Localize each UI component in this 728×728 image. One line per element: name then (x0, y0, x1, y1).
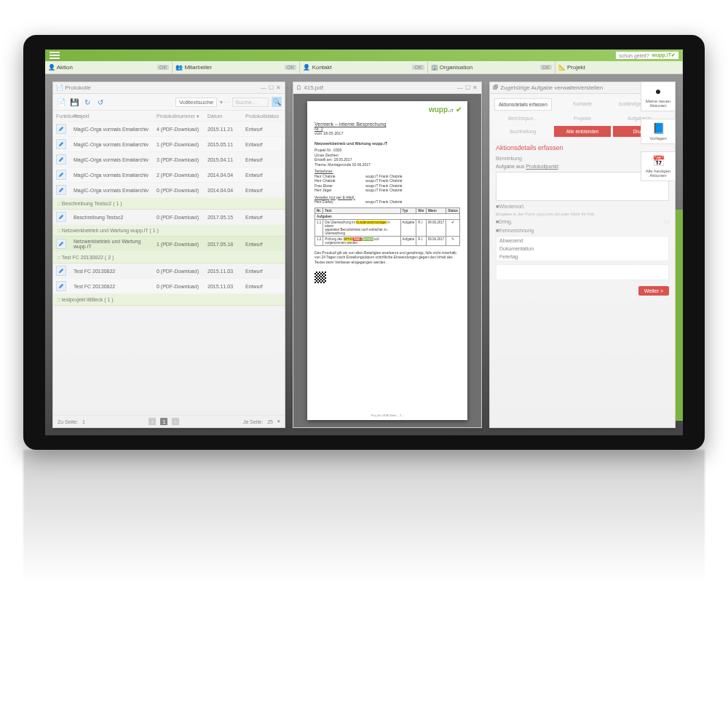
tag-option[interactable]: Abwesend (496, 237, 668, 245)
main-tab-1[interactable]: 👥 MitarbeiterOK (173, 61, 300, 74)
group-header[interactable]: :: testprojekt IBBeck ( 1 ) (53, 294, 285, 306)
group-header[interactable]: :: Netzwerkbetrieb und Wartung wupp.iT (… (53, 225, 285, 237)
workspace: 📄 Protokolle —☐✕ 📄 💾 ↻ ↺ Volltextsuche ▾… (45, 74, 683, 435)
pdf-viewport[interactable]: wupp.iT ✔ Vermerk – interne Besprechung … (293, 94, 481, 427)
brand-suffix: iT (667, 52, 671, 58)
qr-code-icon (314, 272, 326, 283)
reload-icon[interactable]: ↺ (95, 97, 106, 107)
tab-aktionsdetails[interactable]: Aktionsdetails erfassen (494, 98, 552, 111)
tab-berichtspunkte[interactable]: Berichtspun… (494, 113, 552, 124)
main-tab-3[interactable]: 🏢 OrganisationOK (428, 61, 555, 74)
tab-kontakte[interactable]: Kontakte (554, 98, 612, 111)
device-reflection (23, 450, 705, 639)
rail-item-2[interactable]: 📅31Alle heutigen Aktionen (641, 151, 676, 181)
col-projekt[interactable]: Projekt (74, 114, 157, 119)
tag-option[interactable]: Dokumentation (496, 245, 668, 253)
col-protokollnummer[interactable]: Protokollnummer (157, 114, 195, 119)
main-tab-0[interactable]: 👤 AktionOK (45, 61, 173, 74)
protokollpunkt-link[interactable]: Protokollpunkt (526, 164, 558, 169)
brand-corner: schon geleit? wupp.iT✔ (616, 52, 678, 59)
pdf-title: 415.pdf (304, 84, 323, 91)
pdf-heading: Vermerk – interne Besprechung (314, 122, 460, 127)
pdf-page: wupp.iT ✔ Vermerk – interne Besprechung … (307, 101, 467, 420)
pdf-minimize-icon[interactable]: — (456, 84, 464, 91)
group-header[interactable]: :: Test FC 20130822 ( 2 ) (53, 252, 285, 264)
tab-buchhaltung[interactable]: Buchhaltung (494, 126, 552, 137)
new-icon[interactable]: 📄 (56, 97, 66, 107)
pager-per-page-label: Je Seite: (243, 419, 263, 424)
col-status[interactable]: Protokollstatus (245, 114, 282, 119)
hamburger-icon[interactable] (50, 52, 60, 59)
table-row[interactable]: Beschreibung Testsc20 (PDF-Download)2017… (53, 210, 285, 225)
kennzeichnung-listbox[interactable]: AbwesendDokumentationFeiertag (496, 236, 669, 261)
edit-icon[interactable] (56, 266, 66, 276)
maximize-icon[interactable]: ☐ (267, 84, 274, 91)
brand-name: wupp. (652, 52, 667, 58)
pdf-participants: Teilnehmer: Herr Chabriéwupp.iT Frank Ch… (314, 169, 460, 205)
close-icon[interactable]: ✕ (274, 84, 282, 91)
protocols-rows: MagIC-Orga vormals Emailarchiv4 (PDF-Dow… (53, 122, 285, 306)
table-row[interactable]: MagIC-Orga vormals Emailarchiv1 (PDF-Dow… (53, 137, 285, 152)
edit-icon[interactable] (56, 185, 66, 195)
group-header[interactable]: :: Beschreibung Testsc2 ( 1 ) (53, 198, 285, 210)
pager-size[interactable]: 25 (267, 419, 273, 424)
table-row[interactable]: Test FC 201308220 (PDF-Download)2015.11.… (53, 264, 285, 279)
search-input[interactable]: Suche… (232, 98, 269, 107)
search-go-button[interactable]: 🔍 (272, 97, 282, 107)
pdf-logo: wupp.iT ✔ (429, 106, 462, 114)
protocols-panel-header: 📄 Protokolle —☐✕ (53, 82, 285, 94)
rail-item-0[interactable]: ●Meine neuen Aktionen (641, 82, 676, 111)
action-panel-title: Zugehörige Aufgabe verwalten/erstellen (500, 84, 603, 91)
kennzeichnung-listbox-2[interactable] (496, 264, 669, 280)
table-row[interactable]: Netzwerkbetrieb und Wartung wupp.iT1 (PD… (53, 237, 285, 252)
edit-icon[interactable] (56, 170, 66, 180)
pdf-section: Netzwerkbetrieb und Wartung wupp.iT (314, 141, 460, 146)
pdf-footer: Proj.-Nr. 0100 Seite – 1 – (307, 414, 467, 417)
pdf-close-icon[interactable]: ✕ (471, 84, 478, 91)
edit-icon[interactable] (56, 281, 66, 291)
edit-icon[interactable] (56, 154, 66, 165)
rail-item-1[interactable]: 📘Vorlagen (641, 119, 676, 144)
weiter-button[interactable]: Weiter > (638, 286, 669, 296)
edit-icon[interactable] (56, 239, 66, 249)
main-tab-2[interactable]: 👤 KontaktOK (300, 61, 427, 74)
pager-next-icon[interactable]: › (172, 418, 179, 425)
protocols-panel: 📄 Protokolle —☐✕ 📄 💾 ↻ ↺ Volltextsuche ▾… (52, 82, 285, 428)
wiedervorl-label: Wiedervorl. (499, 204, 524, 209)
side-rail: ●Meine neuen Aktionen📘Vorlagen📅31Alle he… (641, 82, 676, 181)
app-screen: schon geleit? wupp.iT✔ 👤 AktionOK👥 Mitar… (45, 50, 683, 435)
pdf-panel-header: 🗋 415.pdf —☐✕ (293, 82, 481, 94)
pdf-panel: 🗋 415.pdf —☐✕ wupp.iT ✔ Vermerk – intern… (293, 82, 482, 428)
refresh-icon[interactable]: ↻ (82, 97, 92, 107)
tag-option[interactable]: Feiertag (496, 253, 668, 261)
filter-options-icon[interactable]: ▾ · · (220, 99, 229, 106)
col-funktionen: Funktionen (56, 114, 74, 119)
edit-icon[interactable] (56, 139, 66, 149)
pager-prev-icon[interactable]: ‹ (149, 418, 156, 425)
table-row[interactable]: MagIC-Orga vormals Emailarchiv4 (PDF-Dow… (53, 122, 285, 137)
main-tab-strip: 👤 AktionOK👥 MitarbeiterOK👤 KontaktOK🏢 Or… (45, 61, 683, 74)
top-bar: schon geleit? wupp.iT✔ (45, 50, 683, 61)
col-datum[interactable]: Datum (207, 114, 245, 119)
filter-select[interactable]: Volltextsuche (175, 98, 217, 107)
pdf-disclaimer: Das Protokoll gilt als von allen Beteili… (314, 250, 460, 265)
protocols-columns: Funktionen Projekt Protokollnummer ▾ Dat… (53, 111, 285, 122)
save-icon[interactable]: 💾 (69, 97, 79, 107)
table-row[interactable]: MagIC-Orga vormals Emailarchiv3 (PDF-Dow… (53, 152, 285, 167)
main-tab-4[interactable]: 📐 Projekt (555, 61, 683, 74)
tab-alle-einblenden[interactable]: Alle einblenden (554, 126, 612, 137)
edit-icon[interactable] (56, 124, 66, 134)
pager-current: 1 (160, 418, 167, 425)
pdf-maximize-icon[interactable]: ☐ (464, 84, 471, 91)
tab-projekte[interactable]: Projekte (554, 113, 612, 124)
table-row[interactable]: MagIC-Orga vormals Emailarchiv2 (PDF-Dow… (53, 167, 285, 183)
protocols-pager: Zu Seite: 1 ‹ 1 › Je Seite: 25 ▾ (53, 415, 285, 427)
minimize-icon[interactable]: — (260, 84, 267, 91)
protocols-title: Protokolle (65, 84, 91, 91)
protocols-toolbar: 📄 💾 ↻ ↺ Volltextsuche ▾ · · Suche… 🔍 (53, 94, 285, 111)
table-row[interactable]: Test FC 201308220 (PDF-Download)2015.11.… (53, 279, 285, 294)
side-green-strip (676, 210, 683, 421)
pdf-meta: Projekt Nr.: 0300 Unser Zeichen: Erstell… (314, 148, 460, 167)
table-row[interactable]: MagIC-Orga vormals Emailarchiv0 (PDF-Dow… (53, 183, 285, 198)
edit-icon[interactable] (56, 212, 66, 222)
